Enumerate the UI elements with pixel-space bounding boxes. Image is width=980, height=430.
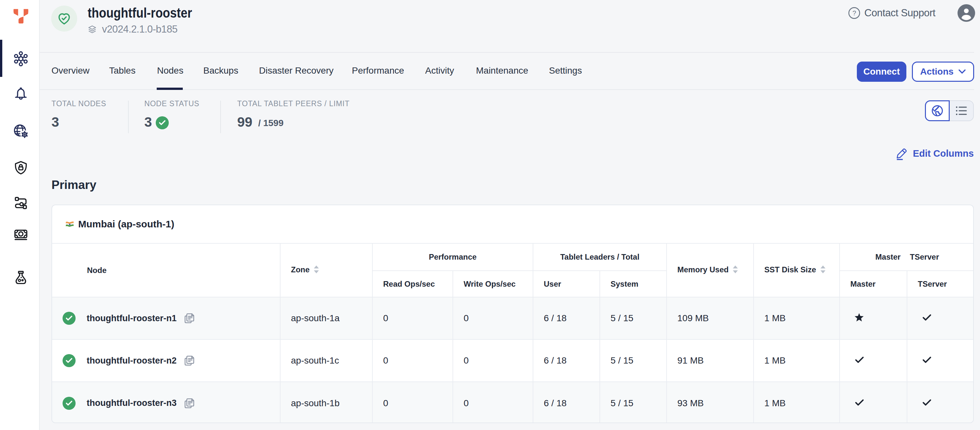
svg-text:?: ? <box>853 10 856 17</box>
